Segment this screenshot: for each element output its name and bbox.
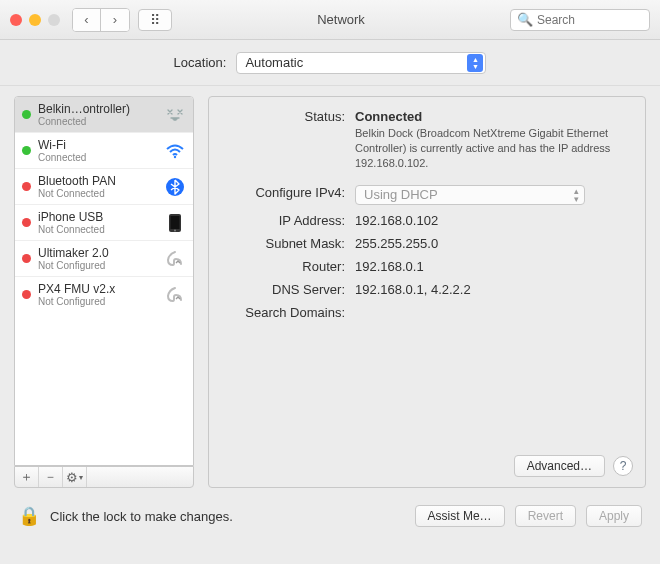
service-status: Not Configured: [38, 260, 157, 271]
minimize-window[interactable]: [29, 14, 41, 26]
status-description: Belkin Dock (Broadcom NetXtreme Gigabit …: [355, 126, 629, 171]
status-label: Status:: [225, 109, 355, 171]
ethernet-icon: [164, 107, 186, 123]
remove-service-button[interactable]: －: [39, 467, 63, 487]
show-all-button[interactable]: ⠿: [138, 9, 172, 31]
titlebar: ‹ › ⠿ Network 🔍: [0, 0, 660, 40]
window-title: Network: [180, 12, 502, 27]
service-status: Connected: [38, 116, 157, 127]
service-toolbar: ＋ － ⚙▾: [14, 466, 194, 488]
gear-icon: ⚙: [66, 470, 78, 485]
status-row: Status: Connected Belkin Dock (Broadcom …: [225, 109, 629, 171]
status-dot: [22, 218, 31, 227]
close-window[interactable]: [10, 14, 22, 26]
service-status: Connected: [38, 152, 157, 163]
wifi-icon: [164, 143, 186, 159]
subnet-value: 255.255.255.0: [355, 236, 629, 251]
service-name: Ultimaker 2.0: [38, 246, 157, 260]
stepper-arrows-icon: ▲▼: [467, 54, 483, 72]
service-status: Not Configured: [38, 296, 157, 307]
lock-hint: Click the lock to make changes.: [50, 509, 233, 524]
service-text: Wi-FiConnected: [38, 138, 157, 163]
add-service-button[interactable]: ＋: [15, 467, 39, 487]
configure-value: Using DHCP: [364, 187, 438, 202]
window-controls: [10, 14, 60, 26]
location-value: Automatic: [245, 55, 303, 70]
modem-icon: [164, 250, 186, 268]
detail-panel: Status: Connected Belkin Dock (Broadcom …: [208, 96, 646, 488]
advanced-button[interactable]: Advanced…: [514, 455, 605, 477]
status-dot: [22, 182, 31, 191]
status-dot: [22, 254, 31, 263]
search-domains-value: [355, 305, 629, 320]
footer: 🔒 Click the lock to make changes. Assist…: [0, 488, 660, 544]
ip-label: IP Address:: [225, 213, 355, 228]
svg-point-0: [174, 155, 176, 157]
forward-button[interactable]: ›: [101, 9, 129, 31]
location-row: Location: Automatic ▲▼: [0, 40, 660, 86]
status-value: Connected: [355, 109, 629, 124]
modem-icon: [164, 286, 186, 304]
back-button[interactable]: ‹: [73, 9, 101, 31]
zoom-window[interactable]: [48, 14, 60, 26]
grid-icon: ⠿: [150, 12, 160, 28]
service-item[interactable]: Belkin…ontroller)Connected: [15, 97, 193, 132]
service-status: Not Connected: [38, 224, 157, 235]
dns-value: 192.168.0.1, 4.2.2.2: [355, 282, 629, 297]
subnet-row: Subnet Mask: 255.255.255.0: [225, 236, 629, 251]
service-name: PX4 FMU v2.x: [38, 282, 157, 296]
configure-ipv4-select[interactable]: Using DHCP ▴▾: [355, 185, 585, 205]
configure-row: Configure IPv4: Using DHCP ▴▾: [225, 185, 629, 205]
router-value: 192.168.0.1: [355, 259, 629, 274]
service-text: iPhone USBNot Connected: [38, 210, 157, 235]
ip-value: 192.168.0.102: [355, 213, 629, 228]
search-input[interactable]: [537, 13, 643, 27]
location-select[interactable]: Automatic ▲▼: [236, 52, 486, 74]
content: Belkin…ontroller)ConnectedWi-FiConnected…: [0, 86, 660, 488]
status-dot: [22, 290, 31, 299]
location-label: Location:: [174, 55, 227, 70]
subnet-label: Subnet Mask:: [225, 236, 355, 251]
apply-button[interactable]: Apply: [586, 505, 642, 527]
router-label: Router:: [225, 259, 355, 274]
iphone-icon: [164, 213, 186, 233]
search-icon: 🔍: [517, 12, 533, 27]
ip-row: IP Address: 192.168.0.102: [225, 213, 629, 228]
service-name: iPhone USB: [38, 210, 157, 224]
service-sidebar: Belkin…ontroller)ConnectedWi-FiConnected…: [14, 96, 194, 488]
svg-rect-3: [171, 216, 180, 229]
search-domains-label: Search Domains:: [225, 305, 355, 320]
service-name: Belkin…ontroller): [38, 102, 157, 116]
service-action-button[interactable]: ⚙▾: [63, 467, 87, 487]
help-button[interactable]: ?: [613, 456, 633, 476]
search-field[interactable]: 🔍: [510, 9, 650, 31]
status-dot: [22, 110, 31, 119]
service-item[interactable]: iPhone USBNot Connected: [15, 204, 193, 240]
service-text: Bluetooth PANNot Connected: [38, 174, 157, 199]
service-item[interactable]: Wi-FiConnected: [15, 132, 193, 168]
configure-label: Configure IPv4:: [225, 185, 355, 205]
service-name: Wi-Fi: [38, 138, 157, 152]
advanced-row: Advanced… ?: [514, 455, 633, 477]
stepper-arrows-icon: ▴▾: [574, 187, 579, 203]
service-item[interactable]: Ultimaker 2.0Not Configured: [15, 240, 193, 276]
status-dot: [22, 146, 31, 155]
service-name: Bluetooth PAN: [38, 174, 157, 188]
dns-label: DNS Server:: [225, 282, 355, 297]
chevron-down-icon: ▾: [79, 473, 83, 482]
bluetooth-icon: [164, 177, 186, 197]
service-list: Belkin…ontroller)ConnectedWi-FiConnected…: [14, 96, 194, 466]
nav-buttons: ‹ ›: [72, 8, 130, 32]
service-item[interactable]: PX4 FMU v2.xNot Configured: [15, 276, 193, 312]
svg-point-4: [174, 229, 176, 231]
search-domains-row: Search Domains:: [225, 305, 629, 320]
service-item[interactable]: Bluetooth PANNot Connected: [15, 168, 193, 204]
service-text: Belkin…ontroller)Connected: [38, 102, 157, 127]
router-row: Router: 192.168.0.1: [225, 259, 629, 274]
revert-button[interactable]: Revert: [515, 505, 576, 527]
assist-button[interactable]: Assist Me…: [415, 505, 505, 527]
lock-icon[interactable]: 🔒: [18, 505, 40, 527]
service-text: Ultimaker 2.0Not Configured: [38, 246, 157, 271]
dns-row: DNS Server: 192.168.0.1, 4.2.2.2: [225, 282, 629, 297]
service-text: PX4 FMU v2.xNot Configured: [38, 282, 157, 307]
